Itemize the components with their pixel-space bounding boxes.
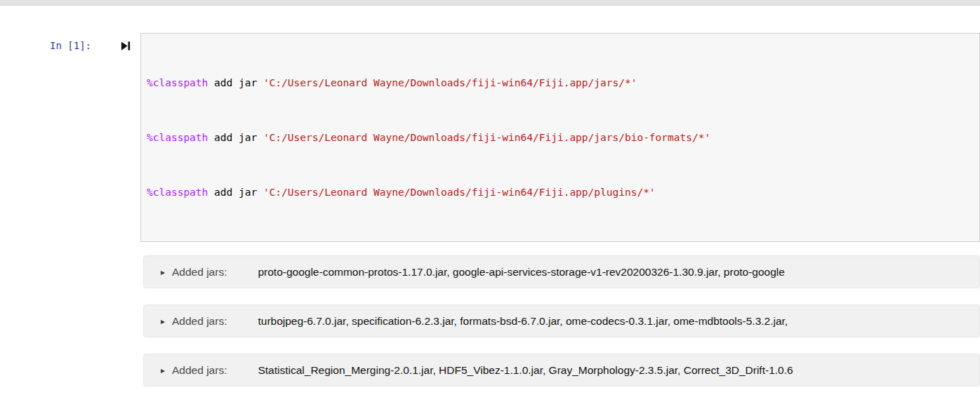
string-token: 'C:/Users/Leonard Wayne/Downloads/fiji-w… bbox=[263, 187, 656, 198]
input-prompt: In [1]: bbox=[50, 41, 91, 51]
added-jars-panel-3[interactable]: ▸ Added jars: Statistical_Region_Merging… bbox=[143, 354, 980, 387]
code-line: %classpath add jar 'C:/Users/Leonard Way… bbox=[147, 128, 974, 147]
code-token: add jar bbox=[208, 132, 263, 143]
jar-list: Statistical_Region_Merging-2.0.1.jar, HD… bbox=[258, 364, 793, 377]
string-token: 'C:/Users/Leonard Wayne/Downloads/fiji-w… bbox=[263, 132, 710, 143]
code-line: %classpath add jar 'C:/Users/Leonard Way… bbox=[147, 74, 974, 92]
triangle-right-icon[interactable]: ▸ bbox=[161, 366, 165, 375]
magic-token: %classpath bbox=[147, 187, 208, 198]
code-cell-1: In [1]: %classpath add jar 'C:/Users/Leo… bbox=[0, 33, 980, 242]
added-jars-panel-2[interactable]: ▸ Added jars: turbojpeg-6.7.0.jar, speci… bbox=[143, 304, 980, 337]
toolbar-strip bbox=[0, 0, 980, 6]
magic-token: %classpath bbox=[147, 132, 208, 143]
panel-label: Added jars: bbox=[172, 266, 227, 279]
string-token: 'C:/Users/Leonard Wayne/Downloads/fiji-w… bbox=[263, 77, 637, 88]
jar-list: proto-google-common-protos-1.17.0.jar, g… bbox=[258, 266, 784, 279]
magic-token: %classpath bbox=[147, 77, 208, 88]
panel-label: Added jars: bbox=[172, 315, 227, 328]
triangle-right-icon[interactable]: ▸ bbox=[161, 268, 165, 276]
notebook-area: In [1]: %classpath add jar 'C:/Users/Leo… bbox=[0, 6, 980, 402]
code-line: %classpath add jar 'C:/Users/Leonard Way… bbox=[147, 183, 974, 201]
code-token: add jar bbox=[208, 77, 263, 88]
code-editor-cell-1[interactable]: %classpath add jar 'C:/Users/Leonard Way… bbox=[140, 33, 980, 242]
jar-list: turbojpeg-6.7.0.jar, specification-6.2.3… bbox=[258, 315, 788, 328]
code-token: add jar bbox=[208, 187, 263, 198]
triangle-right-icon[interactable]: ▸ bbox=[161, 317, 165, 326]
added-jars-panel-1[interactable]: ▸ Added jars: proto-google-common-protos… bbox=[143, 255, 980, 288]
step-forward-icon[interactable] bbox=[121, 41, 131, 51]
panel-label: Added jars: bbox=[172, 364, 227, 377]
prompt-column: In [1]: bbox=[0, 33, 140, 242]
